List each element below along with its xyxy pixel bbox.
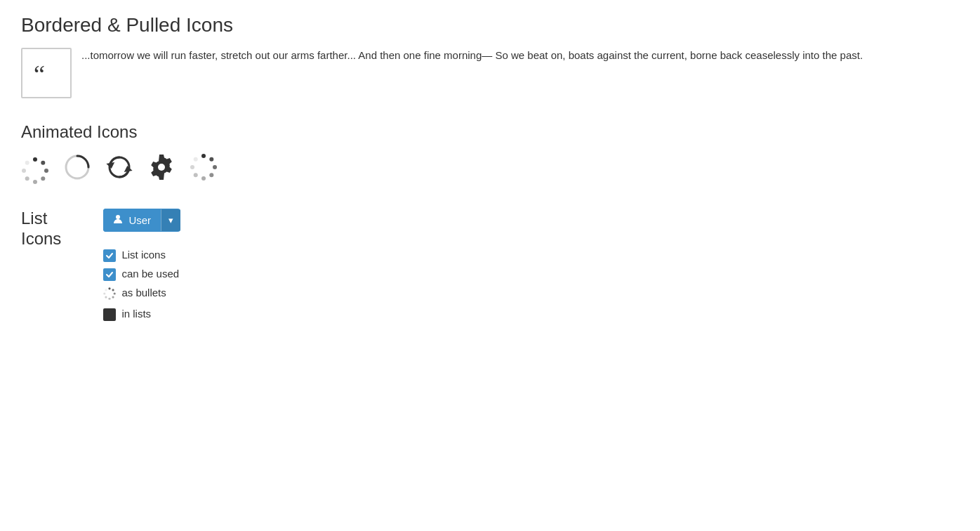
svg-point-28 (104, 292, 106, 294)
svg-point-14 (209, 157, 213, 162)
list-item-4-text: in lists (121, 308, 151, 320)
svg-marker-11 (106, 162, 115, 169)
user-caret-button[interactable]: ▾ (161, 209, 180, 231)
animated-section-title: Animated Icons (21, 122, 959, 142)
svg-point-17 (201, 176, 206, 181)
animated-icons-row (21, 153, 959, 188)
user-button-label: User (128, 214, 151, 226)
animated-icons-section: Animated Icons (21, 122, 959, 188)
loading-circle-icon (63, 153, 91, 188)
list-items-ul: List icons can be used (103, 249, 180, 327)
list-icons-title: ListIcons (21, 209, 61, 249)
user-person-icon (113, 214, 123, 226)
list-item-1: List icons (103, 249, 180, 262)
svg-point-18 (194, 173, 198, 177)
spinner-bullet (103, 287, 116, 302)
list-content: User ▾ List icons (103, 209, 180, 327)
list-item-1-text: List icons (121, 249, 166, 261)
list-item-3-text: as bullets (121, 287, 166, 299)
svg-point-7 (22, 169, 26, 173)
svg-point-8 (25, 160, 29, 164)
list-item-4: in lists (103, 308, 180, 321)
gear-icon (147, 153, 176, 188)
svg-point-27 (105, 296, 107, 299)
svg-point-4 (41, 176, 45, 181)
square-bullet (103, 308, 116, 321)
svg-point-24 (114, 292, 116, 294)
list-icons-section: ListIcons User ▾ (21, 209, 959, 327)
svg-point-26 (109, 298, 111, 300)
svg-point-5 (33, 180, 37, 184)
svg-point-13 (201, 154, 206, 158)
checkbox-checked-icon-2 (103, 268, 116, 281)
list-item-2-text: can be used (121, 268, 179, 280)
svg-point-21 (116, 215, 120, 219)
check-bullet-2 (103, 268, 116, 281)
refresh-icon (105, 153, 133, 188)
check-bullet-1 (103, 249, 116, 262)
bordered-pulled-section: Bordered & Pulled Icons “ ...tomorrow we… (21, 14, 959, 101)
svg-point-25 (112, 296, 114, 299)
user-btn-main[interactable]: User (103, 209, 161, 232)
list-section-container: ListIcons User ▾ (21, 209, 959, 327)
list-icons-title-wrapper: ListIcons (21, 209, 61, 249)
svg-text:“: “ (34, 60, 45, 87)
svg-point-23 (112, 289, 114, 291)
list-item-2: can be used (103, 268, 180, 281)
svg-point-15 (213, 165, 217, 169)
svg-point-20 (194, 157, 198, 162)
square-bullet-icon (103, 308, 116, 321)
svg-point-29 (105, 289, 107, 291)
checkbox-checked-icon-1 (103, 249, 116, 262)
svg-point-1 (33, 157, 37, 162)
svg-point-22 (109, 287, 111, 289)
pulse-dots-icon (190, 153, 218, 188)
list-item-3: as bullets (103, 287, 180, 302)
svg-point-6 (25, 176, 29, 181)
svg-point-2 (41, 160, 45, 164)
caret-down-icon: ▾ (168, 215, 173, 225)
svg-point-12 (158, 164, 165, 171)
quote-text: ...tomorrow we will run faster, stretch … (81, 48, 959, 64)
bordered-section-title: Bordered & Pulled Icons (21, 14, 959, 37)
quote-bordered-icon: “ (21, 48, 72, 98)
quote-icon: “ (32, 59, 60, 87)
pull-left-icon-wrapper: “ (21, 48, 72, 98)
spinner-dots-icon (21, 157, 49, 185)
svg-point-16 (209, 173, 213, 177)
user-dropdown-button[interactable]: User ▾ (103, 209, 180, 232)
svg-point-19 (190, 165, 194, 169)
svg-point-3 (44, 169, 48, 173)
